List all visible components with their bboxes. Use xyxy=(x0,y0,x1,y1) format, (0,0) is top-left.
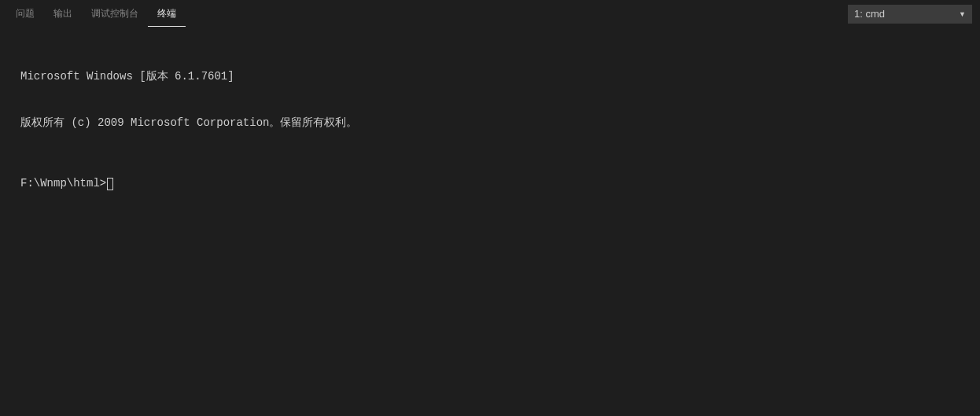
terminal-output[interactable]: Microsoft Windows [版本 6.1.7601] 版权所有 (c)… xyxy=(0,28,980,218)
terminal-line: 版权所有 (c) 2009 Microsoft Corporation。保留所有… xyxy=(20,116,960,131)
tab-problems[interactable]: 问题 xyxy=(6,1,44,27)
tab-terminal[interactable]: 终端 xyxy=(148,1,186,27)
tab-output[interactable]: 输出 xyxy=(44,1,82,27)
terminal-prompt-line: F:\Wnmp\html> xyxy=(20,176,960,192)
panel-header: 问题 输出 调试控制台 终端 1: cmd ▼ xyxy=(0,0,980,28)
terminal-line: Microsoft Windows [版本 6.1.7601] xyxy=(20,69,960,85)
terminal-cursor xyxy=(107,178,113,190)
terminal-prompt: F:\Wnmp\html> xyxy=(20,176,106,192)
chevron-down-icon: ▼ xyxy=(959,10,966,18)
tab-debug-console[interactable]: 调试控制台 xyxy=(82,1,148,27)
terminal-selector-label: 1: cmd xyxy=(854,8,956,20)
panel-tabs: 问题 输出 调试控制台 终端 xyxy=(6,1,186,27)
terminal-selector-dropdown[interactable]: 1: cmd ▼ xyxy=(848,5,972,24)
